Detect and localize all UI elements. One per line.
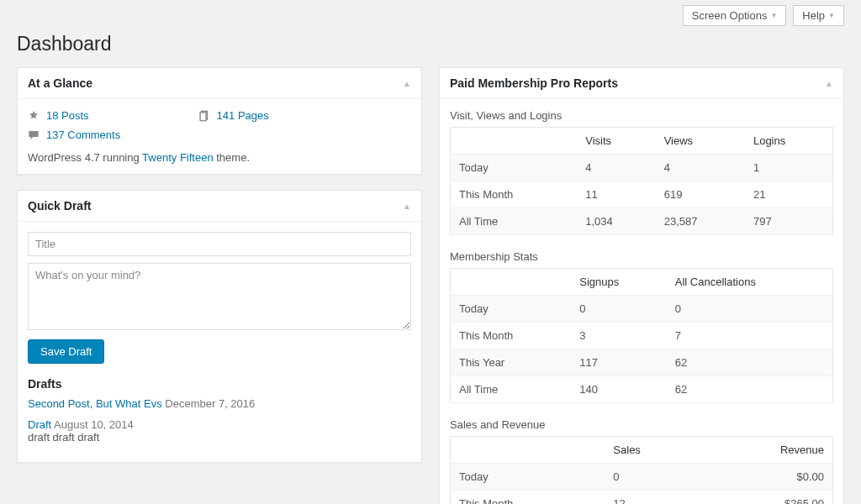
- glance-row-2: 137 Comments: [28, 129, 411, 141]
- th-blank: [451, 437, 605, 464]
- posts-link[interactable]: 18 Posts: [46, 109, 89, 122]
- sales-table: Sales Revenue Today0$0.00 This Month12$2…: [450, 436, 833, 504]
- right-column: Paid Membership Pro Reports ▲ Visit, Vie…: [439, 67, 844, 504]
- drafts-heading: Drafts: [28, 377, 411, 391]
- visits-heading: Visit, Views and Logins: [450, 109, 833, 122]
- version-suffix: theme.: [214, 151, 250, 164]
- at-a-glance-box: At a Glance ▲ 18 Posts 141 Pag: [17, 67, 422, 175]
- left-column: At a Glance ▲ 18 Posts 141 Pag: [17, 67, 422, 463]
- draft-date: August 10, 2014: [54, 418, 134, 431]
- drafts-section: Drafts Second Post, But What Evs Decembe…: [28, 377, 411, 444]
- th-blank: [451, 269, 572, 296]
- th-cancellations: All Cancellations: [667, 269, 833, 296]
- table-row: This Year11762: [451, 349, 833, 376]
- draft-link[interactable]: Second Post, But What Evs: [28, 397, 162, 410]
- quick-draft-body: Save Draft Drafts Second Post, But What …: [18, 222, 421, 462]
- draft-content-textarea[interactable]: [28, 263, 411, 330]
- at-a-glance-body: 18 Posts 141 Pages 137 Comments: [18, 99, 421, 174]
- pmpro-reports-box: Paid Membership Pro Reports ▲ Visit, Vie…: [439, 67, 844, 504]
- at-a-glance-title: At a Glance: [28, 76, 92, 90]
- screen-options-button[interactable]: Screen Options ▼: [683, 5, 787, 26]
- wordpress-version: WordPress 4.7 running Twenty Fifteen the…: [28, 151, 411, 164]
- dashboard-columns: At a Glance ▲ 18 Posts 141 Pag: [17, 67, 844, 504]
- glance-row-1: 18 Posts 141 Pages: [28, 109, 411, 122]
- glance-comments: 137 Comments: [28, 129, 120, 141]
- quick-draft-title: Quick Draft: [28, 199, 91, 213]
- pages-icon: [198, 110, 210, 122]
- svg-rect-1: [200, 112, 206, 120]
- membership-heading: Membership Stats: [450, 250, 833, 263]
- glance-pages: 141 Pages: [198, 109, 269, 122]
- theme-link[interactable]: Twenty Fifteen: [142, 151, 214, 164]
- draft-link[interactable]: Draft: [28, 418, 51, 431]
- table-row: This Month12$265.00: [451, 491, 833, 505]
- sales-heading: Sales and Revenue: [450, 418, 833, 431]
- collapse-toggle[interactable]: ▲: [825, 79, 833, 88]
- pages-link[interactable]: 141 Pages: [217, 109, 269, 122]
- draft-item: Draft August 10, 2014 draft draft draft: [28, 418, 411, 444]
- quick-draft-header: Quick Draft ▲: [18, 191, 421, 222]
- table-row: Today00: [451, 296, 833, 323]
- table-row: This Month1161921: [451, 181, 833, 208]
- pin-icon: [28, 110, 40, 122]
- table-row: Today441: [451, 155, 833, 181]
- table-row: This Month37: [451, 323, 833, 349]
- save-draft-button[interactable]: Save Draft: [28, 339, 104, 364]
- membership-section: Membership Stats Signups All Cancellatio…: [450, 250, 833, 403]
- visits-section: Visit, Views and Logins Visits Views Log…: [450, 109, 833, 235]
- pmpro-body: Visit, Views and Logins Visits Views Log…: [440, 99, 843, 504]
- draft-title-input[interactable]: [28, 232, 411, 256]
- th-revenue: Revenue: [700, 437, 832, 464]
- version-prefix: WordPress 4.7 running: [28, 151, 142, 164]
- chevron-down-icon: ▼: [770, 12, 777, 19]
- draft-item: Second Post, But What Evs December 7, 20…: [28, 397, 411, 410]
- th-visits: Visits: [577, 128, 655, 155]
- comment-icon: [28, 129, 40, 141]
- th-blank: [451, 128, 578, 155]
- table-row: Today0$0.00: [451, 464, 833, 491]
- comments-link[interactable]: 137 Comments: [46, 129, 120, 141]
- at-a-glance-header: At a Glance ▲: [18, 68, 421, 99]
- collapse-toggle[interactable]: ▲: [403, 79, 411, 88]
- top-toolbar: Screen Options ▼ Help ▼: [17, 0, 844, 31]
- th-signups: Signups: [571, 269, 667, 296]
- help-label: Help: [802, 9, 825, 22]
- th-logins: Logins: [745, 128, 833, 155]
- help-button[interactable]: Help ▼: [793, 5, 844, 26]
- table-row: All Time1,03423,587797: [451, 208, 833, 235]
- page-title: Dashboard: [17, 33, 844, 55]
- visits-table: Visits Views Logins Today441 This Month1…: [450, 127, 833, 235]
- collapse-toggle[interactable]: ▲: [403, 202, 411, 211]
- glance-posts: 18 Posts: [28, 109, 89, 122]
- pmpro-title: Paid Membership Pro Reports: [450, 76, 618, 90]
- pmpro-header: Paid Membership Pro Reports ▲: [440, 68, 843, 99]
- membership-table: Signups All Cancellations Today00 This M…: [450, 268, 833, 403]
- th-views: Views: [656, 128, 745, 155]
- quick-draft-box: Quick Draft ▲ Save Draft Drafts Second P…: [17, 190, 422, 463]
- draft-date: December 7, 2016: [165, 397, 255, 410]
- draft-excerpt: draft draft draft: [28, 431, 411, 444]
- th-sales: Sales: [605, 437, 700, 464]
- table-row: All Time14062: [451, 376, 833, 403]
- chevron-down-icon: ▼: [828, 12, 835, 19]
- screen-options-label: Screen Options: [692, 9, 768, 22]
- sales-section: Sales and Revenue Sales Revenue Today0$0…: [450, 418, 833, 504]
